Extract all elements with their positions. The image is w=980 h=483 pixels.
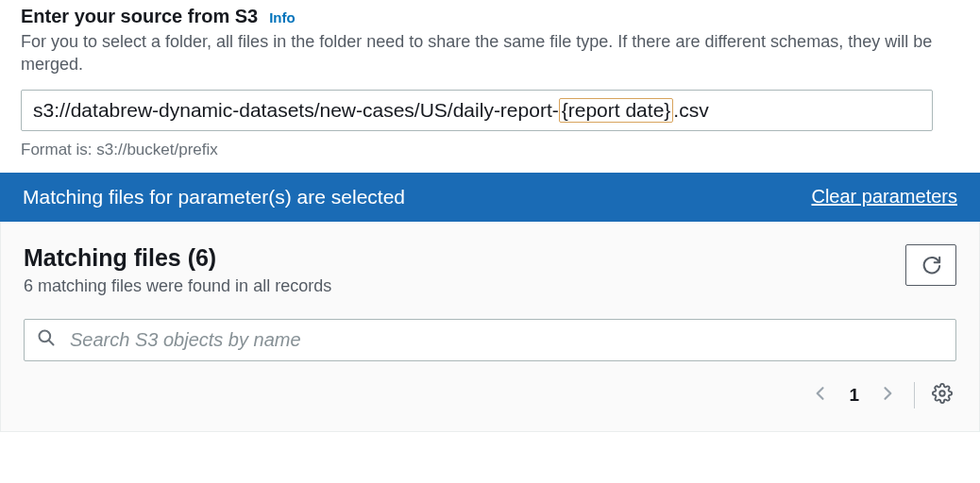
chevron-left-icon xyxy=(811,384,830,407)
prev-page-button[interactable] xyxy=(811,384,830,407)
table-settings-button[interactable] xyxy=(932,383,953,408)
chevron-right-icon xyxy=(878,384,897,407)
info-link[interactable]: Info xyxy=(269,9,296,25)
clear-parameters-link[interactable]: Clear parameters xyxy=(811,186,957,208)
s3-path-suffix: .csv xyxy=(673,99,708,122)
s3-path-prefix: s3://databrew-dynamic-datasets/new-cases… xyxy=(33,99,559,122)
divider xyxy=(914,382,915,408)
matching-banner: Matching files for parameter(s) are sele… xyxy=(0,173,980,222)
source-description: For you to select a folder, all files in… xyxy=(21,30,959,76)
gear-icon xyxy=(932,383,953,408)
results-subtitle: 6 matching files were found in all recor… xyxy=(24,276,331,296)
refresh-icon xyxy=(921,255,941,275)
results-title: Matching files (6) xyxy=(24,244,331,272)
format-hint: Format is: s3://bucket/prefix xyxy=(21,141,959,159)
label-row: Enter your source from S3 Info xyxy=(21,6,959,27)
results-panel: Matching files (6) 6 matching files were… xyxy=(0,222,980,432)
search-input[interactable] xyxy=(24,319,956,361)
current-page: 1 xyxy=(843,385,865,406)
banner-message: Matching files for parameter(s) are sele… xyxy=(23,186,405,208)
search-wrap xyxy=(24,319,956,361)
next-page-button[interactable] xyxy=(878,384,897,407)
svg-line-1 xyxy=(49,341,54,345)
pagination: 1 xyxy=(24,382,956,408)
param-token[interactable]: {report date} xyxy=(559,98,674,123)
source-section: Enter your source from S3 Info For you t… xyxy=(0,0,980,173)
results-title-block: Matching files (6) 6 matching files were… xyxy=(24,244,331,296)
source-label: Enter your source from S3 xyxy=(21,6,258,27)
results-header: Matching files (6) 6 matching files were… xyxy=(24,244,956,296)
svg-point-2 xyxy=(939,391,945,396)
s3-path-input[interactable]: s3://databrew-dynamic-datasets/new-cases… xyxy=(21,90,933,131)
search-icon xyxy=(37,328,56,351)
refresh-button[interactable] xyxy=(905,244,956,286)
